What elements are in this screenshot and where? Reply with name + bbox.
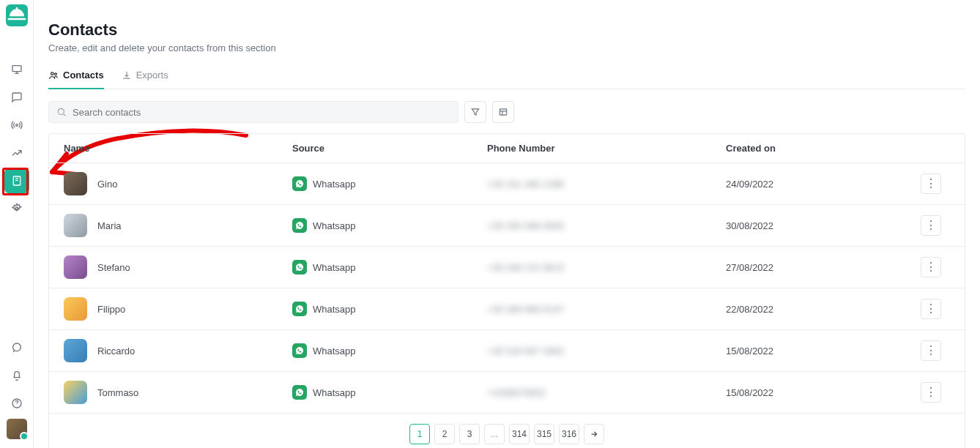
page-2[interactable]: 2	[434, 424, 455, 444]
phone-number: +39 529 697 0882	[487, 346, 564, 356]
tab-exports[interactable]: Exports	[122, 70, 168, 89]
row-more-button[interactable]: ⋮	[921, 382, 941, 403]
source-label: Whatsapp	[313, 262, 356, 273]
nav-notifications[interactable]	[4, 363, 29, 388]
user-avatar[interactable]	[7, 419, 27, 439]
phone-number: +39 345 586 9555	[487, 220, 564, 231]
nav-settings[interactable]	[4, 196, 29, 221]
table-row[interactable]: Tommaso Whatsapp +3296970852 15/08/2022 …	[49, 372, 965, 414]
cloche-icon	[6, 4, 28, 26]
svg-point-6	[51, 72, 54, 75]
tab-label: Exports	[136, 70, 168, 81]
whatsapp-badge	[292, 302, 307, 316]
page-3[interactable]: 3	[459, 424, 480, 444]
avatar	[64, 172, 87, 195]
pagination: 1 2 3 ... 314 315 316	[49, 414, 965, 448]
table-row[interactable]: Maria Whatsapp +39 345 586 9555 30/08/20…	[49, 205, 965, 247]
main-content: Contacts Create, edit and delete your co…	[48, 20, 965, 448]
col-created: Created on	[726, 143, 921, 154]
app-logo[interactable]	[6, 4, 28, 26]
contact-name: Filippo	[97, 304, 125, 315]
created-date: 27/08/2022	[726, 262, 921, 273]
nav-help[interactable]	[4, 391, 29, 416]
whatsapp-icon	[11, 342, 23, 354]
page-1[interactable]: 1	[409, 424, 430, 444]
avatar	[64, 339, 87, 362]
page-314[interactable]: 314	[509, 424, 530, 444]
row-more-button[interactable]: ⋮	[921, 215, 941, 236]
row-more-button[interactable]: ⋮	[921, 340, 941, 361]
avatar	[64, 255, 87, 279]
svg-point-8	[58, 108, 64, 114]
sidebar	[0, 0, 34, 448]
contact-name: Maria	[97, 220, 122, 231]
page-title: Contacts	[48, 20, 965, 40]
row-more-button[interactable]: ⋮	[921, 299, 941, 319]
columns-button[interactable]	[492, 101, 514, 123]
source-label: Whatsapp	[313, 220, 356, 231]
svg-point-7	[54, 72, 56, 75]
row-more-button[interactable]: ⋮	[921, 173, 941, 194]
nav-chat[interactable]	[4, 85, 29, 110]
page-ellipsis: ...	[484, 424, 505, 444]
phone-number: +39 331 365 1388	[487, 179, 564, 190]
contacts-icon	[48, 70, 59, 81]
row-more-button[interactable]: ⋮	[921, 257, 941, 277]
arrow-right-icon	[590, 430, 598, 438]
phone-number: +3296970852	[487, 387, 546, 398]
nav-broadcast[interactable]	[4, 113, 29, 138]
whatsapp-badge	[292, 176, 307, 191]
avatar	[64, 214, 87, 237]
trend-icon	[11, 147, 23, 159]
whatsapp-badge	[292, 385, 307, 400]
bell-icon	[11, 370, 23, 381]
search-box[interactable]	[48, 101, 459, 123]
tab-label: Contacts	[63, 70, 104, 81]
table-row[interactable]: Stefano Whatsapp +39 349 232 9815 27/08/…	[49, 247, 965, 288]
broadcast-icon	[11, 119, 23, 131]
nav-contacts[interactable]	[4, 168, 29, 193]
columns-icon	[498, 107, 508, 117]
col-name: Name	[64, 143, 292, 154]
svg-point-1	[15, 124, 18, 127]
nav-trend[interactable]	[4, 141, 29, 165]
search-input[interactable]	[73, 107, 450, 118]
filter-button[interactable]	[464, 101, 486, 123]
svg-point-4	[12, 343, 21, 351]
created-date: 22/08/2022	[726, 304, 921, 315]
contact-name: Tommaso	[97, 387, 138, 398]
table-row[interactable]: Filippo Whatsapp +39 369 989 6147 22/08/…	[49, 288, 965, 330]
source-label: Whatsapp	[313, 304, 356, 315]
filter-icon	[470, 107, 480, 117]
tabs: Contacts Exports	[48, 70, 965, 89]
page-next[interactable]	[584, 424, 604, 444]
col-source: Source	[292, 143, 487, 154]
created-date: 24/09/2022	[726, 179, 921, 190]
page-subtitle: Create, edit and delete your contacts fr…	[48, 42, 965, 53]
tab-contacts[interactable]: Contacts	[48, 70, 104, 89]
whatsapp-badge	[292, 260, 307, 275]
nav-whatsapp[interactable]	[4, 335, 29, 360]
created-date: 15/08/2022	[726, 346, 921, 356]
help-icon	[11, 397, 23, 409]
search-icon	[56, 107, 67, 117]
contact-name: Gino	[97, 179, 117, 190]
svg-rect-9	[500, 109, 506, 115]
avatar	[64, 381, 87, 404]
source-label: Whatsapp	[313, 387, 356, 398]
page-316[interactable]: 316	[559, 424, 579, 444]
contact-name: Stefano	[97, 262, 130, 273]
created-date: 15/08/2022	[726, 387, 921, 398]
contact-name: Riccardo	[97, 346, 135, 356]
whatsapp-badge	[292, 343, 307, 358]
nav-monitor[interactable]	[4, 57, 29, 82]
phone-number: +39 349 232 9815	[487, 262, 564, 273]
export-icon	[122, 70, 132, 81]
page-315[interactable]: 315	[534, 424, 554, 444]
toolbar	[48, 101, 965, 123]
table-row[interactable]: Gino Whatsapp +39 331 365 1388 24/09/202…	[49, 163, 965, 205]
table-row[interactable]: Riccardo Whatsapp +39 529 697 0882 15/08…	[49, 330, 965, 372]
contacts-table: Name Source Phone Number Created on Gino…	[48, 133, 965, 448]
table-header: Name Source Phone Number Created on	[49, 134, 965, 163]
avatar	[64, 297, 87, 321]
